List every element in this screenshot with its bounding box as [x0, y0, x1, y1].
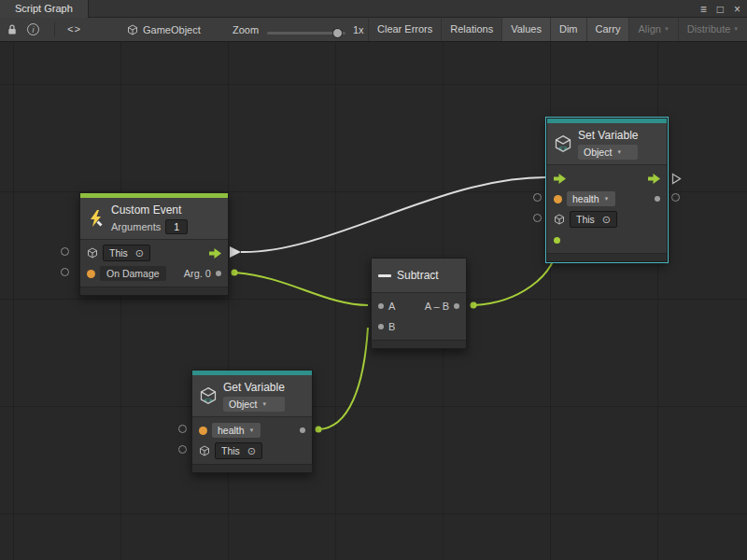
- gameobject-selector[interactable]: GameObject: [127, 18, 201, 41]
- port-row-b: B: [372, 316, 466, 337]
- svg-text:<>: <>: [204, 397, 213, 404]
- port-row-this: This ⊙: [80, 243, 228, 263]
- this-value: This: [221, 444, 240, 457]
- variable-name-value: health: [572, 193, 599, 204]
- wire-arg0-start-port[interactable]: [232, 270, 238, 276]
- wire-subtract-to-setvariable[interactable]: [473, 242, 557, 305]
- value-out-port[interactable]: [300, 427, 305, 433]
- subtract-header[interactable]: Subtract: [372, 259, 466, 293]
- variable-name-dropdown[interactable]: health ▼: [567, 191, 615, 206]
- this-object-field[interactable]: This ⊙: [215, 442, 262, 459]
- set-variable-header[interactable]: <> Set Variable Object ▼: [547, 123, 667, 165]
- setvariable-value-out-port[interactable]: [671, 193, 680, 202]
- menu-icon[interactable]: ≡: [700, 4, 707, 15]
- value-in-port[interactable]: [554, 237, 560, 244]
- wire-getvariable-to-subtract-b[interactable]: [318, 328, 368, 429]
- window-controls: ≡ □ ×: [700, 0, 740, 18]
- variable-name-port[interactable]: [554, 195, 562, 203]
- distribute-dropdown[interactable]: Distribute▼: [678, 18, 747, 41]
- info-icon[interactable]: i: [27, 18, 39, 41]
- zoom-label: Zoom: [233, 18, 259, 41]
- toolbar-separator: [54, 22, 55, 36]
- object-picker-icon[interactable]: ⊙: [602, 215, 611, 225]
- input-b-port[interactable]: [378, 324, 384, 329]
- tab-label: Script Graph: [15, 3, 73, 14]
- event-name-box[interactable]: On Damage: [100, 266, 166, 281]
- chevron-down-icon: ▼: [616, 147, 622, 158]
- zoom-slider[interactable]: [267, 32, 345, 35]
- port-row-flow: [547, 168, 667, 189]
- output-port[interactable]: [454, 303, 459, 309]
- arguments-label: Arguments: [111, 221, 161, 232]
- custom-event-header[interactable]: Custom Event Arguments 1: [80, 198, 228, 240]
- node-title: Get Variable: [223, 381, 285, 394]
- arg0-out-port[interactable]: [216, 271, 221, 276]
- arg0-label: Arg. 0: [184, 268, 211, 279]
- dim-toggle[interactable]: Dim: [550, 18, 586, 41]
- flow-out-port[interactable]: [648, 174, 660, 184]
- custom-event-body: This ⊙ On Damage Arg. 0: [80, 240, 228, 287]
- node-custom-event[interactable]: Custom Event Arguments 1 This ⊙: [79, 192, 229, 296]
- close-icon[interactable]: ×: [734, 4, 740, 15]
- zoom-handle[interactable]: [332, 28, 343, 38]
- carry-toggle[interactable]: Carry: [586, 18, 629, 41]
- values-toggle[interactable]: Values: [501, 18, 550, 41]
- input-a-port[interactable]: [378, 303, 384, 309]
- variable-name-value: health: [218, 425, 245, 436]
- port-row-value-in: [547, 230, 667, 250]
- code-toggle[interactable]: <>: [67, 18, 81, 41]
- flow-out-port[interactable]: [209, 248, 221, 259]
- object-picker-icon[interactable]: ⊙: [247, 446, 256, 456]
- clear-errors-button[interactable]: Clear Errors: [368, 18, 441, 41]
- object-picker-icon[interactable]: ⊙: [135, 248, 144, 259]
- node-footer: [192, 464, 312, 472]
- distribute-label: Distribute: [687, 23, 730, 35]
- this-value: This: [576, 213, 595, 226]
- maximize-icon[interactable]: □: [717, 4, 724, 15]
- port-row-a: A A – B: [372, 296, 466, 316]
- wire-subtract-start-port[interactable]: [471, 302, 477, 309]
- node-subtract[interactable]: Subtract A A – B B: [371, 258, 467, 349]
- subtract-body: A A – B B: [372, 293, 466, 340]
- tab-script-graph[interactable]: Script Graph: [0, 0, 89, 18]
- variable-name-port[interactable]: [199, 427, 207, 435]
- this-object-field[interactable]: This ⊙: [570, 211, 617, 228]
- flow-in-port[interactable]: [554, 174, 566, 184]
- node-set-variable[interactable]: <> Set Variable Object ▼: [546, 118, 668, 262]
- wire-getvariable-start-port[interactable]: [316, 427, 322, 433]
- customevent-ondamage-input-port[interactable]: [61, 268, 69, 276]
- lock-icon[interactable]: [7, 18, 18, 41]
- relations-button[interactable]: Relations: [441, 18, 501, 41]
- wire-arg0-to-subtract-a[interactable]: [234, 273, 368, 305]
- chevron-down-icon: ▼: [604, 193, 610, 204]
- value-out-port[interactable]: [655, 196, 660, 202]
- output-label: A – B: [425, 301, 449, 312]
- wire-flow-customevent-to-setvariable[interactable]: [241, 177, 545, 252]
- event-name-port[interactable]: [87, 270, 95, 278]
- node-title: Subtract: [397, 269, 439, 282]
- port-row-this: This ⊙: [547, 209, 667, 230]
- chevron-down-icon: ▼: [664, 26, 669, 32]
- cube-icon: [199, 445, 210, 456]
- align-label: Align: [638, 23, 660, 35]
- graph-canvas[interactable]: Custom Event Arguments 1 This ⊙: [0, 42, 747, 560]
- set-variable-body: health ▼ This ⊙: [547, 165, 667, 253]
- arguments-input[interactable]: 1: [165, 219, 188, 234]
- variable-name-dropdown[interactable]: health ▼: [212, 423, 261, 438]
- port-row-name: health ▼: [192, 420, 312, 441]
- toolbar-buttons: Clear Errors Relations Values Dim Carry …: [368, 18, 747, 41]
- setvariable-this-input-port[interactable]: [533, 214, 542, 222]
- align-dropdown[interactable]: Align▼: [628, 18, 677, 41]
- scope-dropdown[interactable]: Object ▼: [578, 145, 638, 160]
- getvariable-this-input-port[interactable]: [178, 445, 187, 454]
- variable-cube-icon: <>: [554, 134, 572, 153]
- getvariable-name-input-port[interactable]: [178, 425, 187, 433]
- this-object-field[interactable]: This ⊙: [103, 245, 150, 261]
- setvariable-name-input-port[interactable]: [533, 193, 542, 202]
- scope-dropdown[interactable]: Object ▼: [223, 397, 285, 412]
- customevent-this-input-port[interactable]: [61, 247, 69, 256]
- node-get-variable[interactable]: <> Get Variable Object ▼ health ▼: [191, 370, 313, 473]
- setvariable-flow-out-port[interactable]: [671, 172, 682, 189]
- get-variable-header[interactable]: <> Get Variable Object ▼: [192, 375, 312, 417]
- input-b-label: B: [388, 321, 395, 332]
